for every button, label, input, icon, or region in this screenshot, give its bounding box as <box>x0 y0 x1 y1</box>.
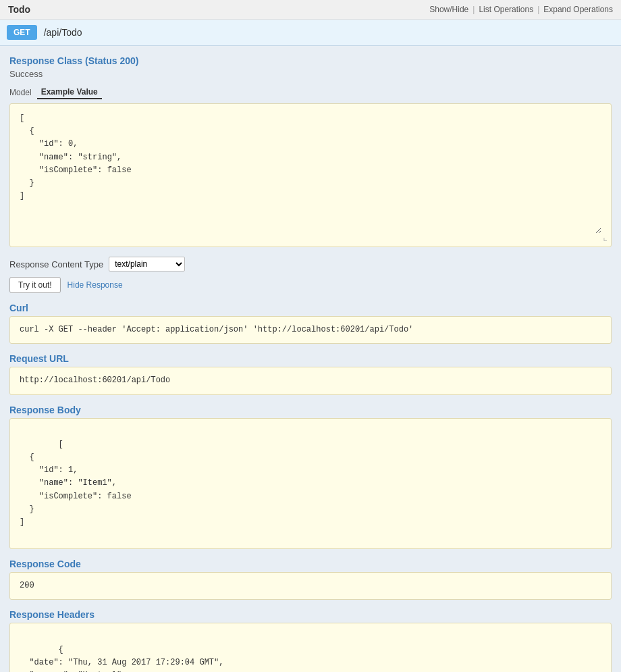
response-code-block: 200 <box>9 572 612 600</box>
try-it-out-button[interactable]: Try it out! <box>9 277 61 293</box>
response-code-section: Response Code 200 <box>9 559 612 600</box>
example-value-textarea[interactable]: [ { "id": 0, "name": "string", "isComple… <box>20 112 601 234</box>
show-hide-link[interactable]: Show/Hide <box>429 5 468 14</box>
buttons-row: Try it out! Hide Response <box>9 277 612 293</box>
response-headers-heading: Response Headers <box>9 609 612 620</box>
response-class-section: Response Class (Status 200) Success <box>9 55 612 79</box>
response-headers-code-block: { "date": "Thu, 31 Aug 2017 17:29:04 GMT… <box>9 623 612 672</box>
request-url-code-block: http://localhost:60201/api/Todo <box>9 367 612 394</box>
request-url-section: Request URL http://localhost:60201/api/T… <box>9 353 612 394</box>
response-body-text: [ { "id": 1, "name": "Item1", "isComplet… <box>20 440 132 527</box>
page-wrapper: Todo Show/Hide | List Operations | Expan… <box>0 0 621 672</box>
curl-code-block: curl -X GET --header 'Accept: applicatio… <box>9 316 612 344</box>
expand-operations-link[interactable]: Expand Operations <box>543 5 613 14</box>
curl-section: Curl curl -X GET --header 'Accept: appli… <box>9 303 612 344</box>
divider2: | <box>537 5 539 14</box>
response-code-heading: Response Code <box>9 559 612 569</box>
example-value-block: [ { "id": 0, "name": "string", "isComple… <box>9 103 612 247</box>
resize-handle: ⌞ <box>603 230 608 245</box>
example-value-tab[interactable]: Example Value <box>37 86 102 99</box>
response-body-heading: Response Body <box>9 405 612 415</box>
main-content: Response Class (Status 200) Success Mode… <box>0 46 621 672</box>
rct-select[interactable]: text/plain application/json text/json <box>109 257 185 272</box>
response-body-section: Response Body [ { "id": 1, "name": "Item… <box>9 405 612 550</box>
request-url-heading: Request URL <box>9 353 612 364</box>
model-label: Model <box>9 88 32 97</box>
method-badge[interactable]: GET <box>7 25 37 40</box>
curl-heading: Curl <box>9 303 612 313</box>
response-content-type-row: Response Content Type text/plain applica… <box>9 257 612 272</box>
divider1: | <box>473 5 475 14</box>
response-body-code-block: [ { "id": 1, "name": "Item1", "isComplet… <box>9 418 612 550</box>
top-bar-actions: Show/Hide | List Operations | Expand Ope… <box>429 5 613 14</box>
model-tabs: Model Example Value <box>9 86 612 99</box>
hide-response-link[interactable]: Hide Response <box>68 280 123 290</box>
list-operations-link[interactable]: List Operations <box>479 5 533 14</box>
app-title: Todo <box>8 4 30 15</box>
endpoint-bar: GET /api/Todo <box>0 20 621 46</box>
response-class-heading: Response Class (Status 200) <box>9 55 612 66</box>
endpoint-path: /api/Todo <box>44 27 82 38</box>
response-class-status: Success <box>9 69 612 79</box>
response-headers-section: Response Headers { "date": "Thu, 31 Aug … <box>9 609 612 672</box>
response-headers-text: { "date": "Thu, 31 Aug 2017 17:29:04 GMT… <box>20 645 267 672</box>
rct-label: Response Content Type <box>9 259 103 269</box>
top-bar: Todo Show/Hide | List Operations | Expan… <box>0 0 621 20</box>
